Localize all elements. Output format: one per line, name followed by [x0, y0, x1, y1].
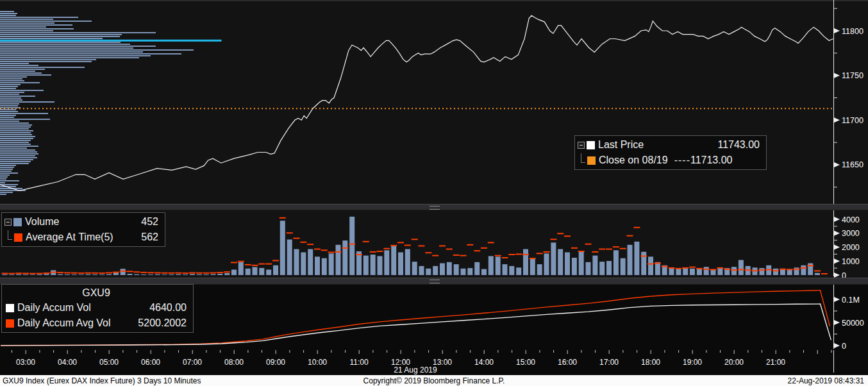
average-at-time-value: 562	[141, 230, 158, 245]
timestamp: 22-Aug-2019 08:43:31	[788, 376, 864, 385]
last-price-swatch-icon	[587, 141, 595, 149]
time-tick-label: 08:00	[224, 358, 244, 367]
bloomberg-chart-window: 11800117501170011650400030002000100000.1…	[0, 0, 868, 386]
legend-tree-connector	[8, 230, 12, 240]
time-tick-label: 16:00	[558, 358, 577, 367]
average-at-time-label: Average At Time(5)	[26, 230, 113, 245]
time-tick-label: 17:00	[599, 358, 619, 367]
daily-accum-avg-vol-swatch-icon	[6, 319, 14, 328]
close-dashes: ----	[674, 153, 690, 168]
volume-label: Volume	[25, 214, 59, 230]
time-tick-label: 19:00	[683, 358, 702, 367]
time-tick-label: 07:00	[183, 358, 202, 367]
divider-grip-icon[interactable]	[430, 206, 440, 210]
legend-expander-icon[interactable]	[578, 142, 585, 149]
time-tick-label: 21:00	[766, 358, 785, 367]
time-tick-label: 09:00	[266, 358, 285, 367]
daily-accum-vol-label: Daily Accum Vol	[17, 300, 91, 315]
axis-tick-label: 1000	[842, 257, 860, 266]
axis-tick-label: 3000	[842, 229, 860, 238]
last-price-value: 11743.00	[717, 137, 760, 153]
legend-row-volume[interactable]: Volume 452	[4, 214, 158, 230]
time-tick-label: 18:00	[641, 358, 660, 367]
legend-row-close[interactable]: Close on 08/19 ---- 11713.00	[578, 153, 760, 168]
daily-accum-avg-vol-value: 5200.2002	[138, 315, 187, 331]
time-tick-label: 15:00	[516, 358, 535, 367]
legend-expander-icon[interactable]	[4, 219, 12, 226]
last-price-label: Last Price	[598, 137, 644, 153]
legend-row-last-price[interactable]: Last Price 11743.00	[578, 137, 760, 153]
close-value: 11713.00	[690, 153, 733, 168]
legend-row-daily-accum-vol[interactable]: Daily Accum Vol 4640.00	[6, 300, 187, 315]
volume-swatch-icon	[13, 218, 22, 226]
volume-value: 452	[141, 214, 158, 230]
axis-tick-label: 11700	[842, 116, 864, 125]
time-tick-label: 10:00	[308, 358, 327, 367]
price-legend[interactable]: Last Price 11743.00 Close on 08/19 ---- …	[574, 135, 767, 170]
panel-divider-upper[interactable]	[0, 204, 868, 210]
axis-tick-label: 4000	[842, 215, 860, 224]
axis-tick-label: 50000	[842, 319, 864, 328]
legend-tree-connector	[581, 153, 585, 163]
time-tick-label: 04:00	[58, 358, 77, 367]
close-label: Close on 08/19	[599, 153, 668, 168]
divider-grip-icon[interactable]	[430, 280, 440, 283]
volume-legend[interactable]: Volume 452 Average At Time(5) 562	[1, 212, 165, 247]
accum-legend-title: GXU9	[6, 286, 187, 300]
time-tick-label: 14:00	[474, 358, 494, 367]
daily-accum-vol-value: 4640.00	[149, 300, 187, 315]
axis-tick-label: 11750	[842, 71, 864, 80]
time-tick-label: 20:00	[724, 358, 744, 367]
time-tick-label: 05:00	[99, 358, 119, 367]
time-tick-label: 11:00	[349, 358, 368, 367]
axis-tick-label: 0.1M	[842, 296, 860, 305]
time-tick-label: 06:00	[141, 358, 160, 367]
x-axis-date-label: 21 Aug 2019	[385, 365, 446, 374]
axis-tick-label: 2000	[842, 243, 860, 252]
axis-tick-label: 11800	[842, 27, 864, 36]
copyright-text: Copyright© 2019 Bloomberg Finance L.P.	[0, 376, 868, 385]
accum-legend[interactable]: GXU9 Daily Accum Vol 4640.00 Daily Accum…	[1, 284, 194, 333]
status-bar: GXU9 Index (Eurex DAX Index Future) 3 Da…	[0, 375, 868, 386]
time-tick-label: 03:00	[16, 358, 35, 367]
daily-accum-avg-vol-label: Daily Accum Avg Vol	[17, 315, 111, 331]
legend-row-daily-accum-avg-vol[interactable]: Daily Accum Avg Vol 5200.2002	[6, 315, 187, 331]
daily-accum-vol-swatch-icon	[6, 304, 14, 312]
axis-tick-label: 11650	[842, 160, 864, 169]
close-swatch-icon	[587, 156, 596, 165]
axis-tick-label: 0	[842, 342, 846, 351]
average-at-time-swatch-icon	[14, 233, 22, 242]
legend-row-average-at-time[interactable]: Average At Time(5) 562	[4, 230, 158, 245]
